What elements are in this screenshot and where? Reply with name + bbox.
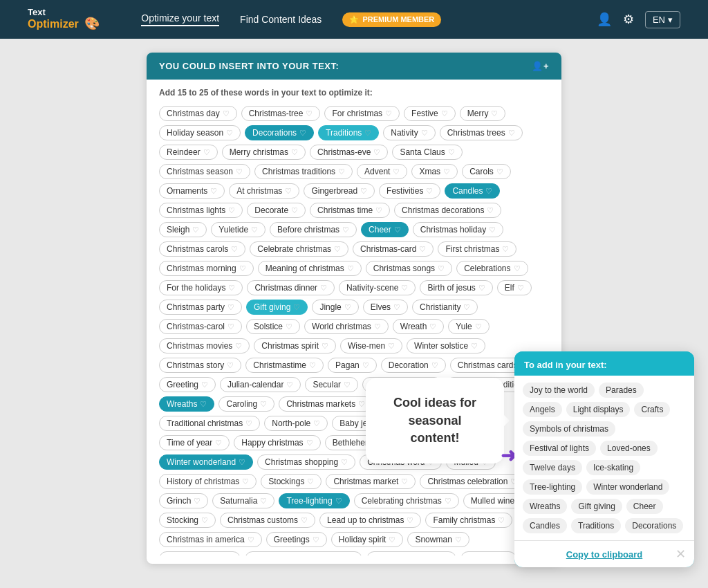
tag-item[interactable]: Festive ♡ [404, 106, 456, 121]
tag-item[interactable]: Yuletide ♡ [211, 222, 266, 237]
tag-item[interactable]: Decorate ♡ [247, 203, 306, 218]
tag-item[interactable]: Traditional christmas ♡ [159, 416, 260, 431]
popup-tag-item[interactable]: Twelve days [523, 460, 582, 475]
tag-item[interactable]: Winter solstice ♡ [407, 338, 485, 353]
tag-item[interactable]: At christmas ♡ [229, 183, 299, 199]
tag-item[interactable]: Decorations ♡ [245, 125, 314, 140]
popup-tag-item[interactable]: Parades [599, 383, 644, 398]
tag-item[interactable]: Ornaments ♡ [159, 183, 225, 199]
tag-item[interactable]: Christmas story ♡ [159, 358, 241, 373]
tag-item[interactable]: Christmas-eve ♡ [310, 145, 388, 160]
tag-item[interactable]: Christmas time ♡ [310, 203, 390, 218]
popup-tag-item[interactable]: Traditions [571, 518, 621, 533]
logo[interactable]: Text Optimizer 🎨 [28, 8, 100, 31]
tag-item[interactable]: Wise-men ♡ [340, 338, 402, 353]
tag-item[interactable]: Elves ♡ [363, 300, 408, 315]
tag-item[interactable]: Santa Claus ♡ [392, 145, 462, 160]
popup-tag-item[interactable]: Cheer [626, 499, 663, 514]
tag-item[interactable]: Birth of jesus ♡ [420, 280, 492, 295]
tag-item[interactable]: Tree-lighting ♡ [279, 493, 349, 508]
premium-badge[interactable]: ⭐ PREMIUM MEMBER [342, 12, 441, 27]
tag-item[interactable]: Winter wonderland ♡ [159, 454, 253, 470]
tag-item[interactable]: Celebrate christmas ♡ [250, 241, 348, 257]
tag-item[interactable]: Xmas ♡ [411, 164, 458, 179]
popup-tag-item[interactable]: Light displays [566, 402, 631, 417]
tag-item[interactable]: Cheer ♡ [361, 222, 409, 237]
tag-item[interactable]: Sleigh ♡ [159, 222, 207, 237]
popup-close-button[interactable]: ✕ [676, 548, 686, 560]
tag-item[interactable]: Time of year ♡ [159, 435, 230, 450]
tag-item[interactable]: Christianity ♡ [412, 300, 478, 315]
popup-tag-item[interactable]: Candles [523, 518, 567, 533]
tag-item[interactable]: Christmas day ♡ [159, 106, 237, 121]
tag-item[interactable]: Christmas market ♡ [326, 474, 416, 489]
tag-item[interactable]: Christmas movies ♡ [159, 338, 250, 353]
popup-tag-item[interactable]: Festival of lights [523, 441, 596, 456]
tag-item[interactable]: Christmas songs ♡ [366, 261, 452, 276]
popup-tag-item[interactable]: Loved-ones [600, 441, 658, 456]
tag-item[interactable]: Advent ♡ [357, 164, 407, 179]
tag-item[interactable]: Christmas dinner ♡ [247, 280, 335, 295]
tag-item[interactable]: Holiday spirit ♡ [331, 532, 404, 547]
tag-item[interactable]: Wreath ♡ [393, 319, 444, 334]
popup-tag-item[interactable]: Crafts [634, 402, 670, 417]
tag-item[interactable]: Decoration ♡ [381, 358, 446, 373]
tag-item[interactable]: Merry ♡ [460, 106, 506, 121]
tag-item[interactable]: Meaning of christmas ♡ [258, 261, 362, 276]
tag-item[interactable]: Around christmas ♡ [366, 551, 456, 555]
tag-item[interactable]: Stocking ♡ [159, 513, 216, 528]
tag-item[interactable]: Nativity-scene ♡ [339, 280, 416, 295]
tag-item[interactable]: Christmas morning ♡ [159, 261, 254, 276]
tag-item[interactable]: Greetings ♡ [266, 532, 327, 547]
tag-item[interactable]: Merry christmas ♡ [222, 145, 306, 160]
popup-tag-item[interactable]: Symbols of christmas [523, 421, 615, 437]
tag-item[interactable]: Christmas decorations ♡ [394, 203, 501, 218]
tag-item[interactable]: Christmas lights ♡ [159, 203, 243, 218]
popup-tag-item[interactable]: Wreaths [523, 499, 567, 514]
popup-tag-item[interactable]: Joy to the world [523, 383, 595, 398]
tag-item[interactable]: Christmas season ♡ [159, 164, 250, 179]
tag-item[interactable]: Before christmas ♡ [270, 222, 357, 237]
nav-optimize[interactable]: Optimize your text [141, 12, 219, 26]
tag-item[interactable]: World christmas ♡ [304, 319, 389, 334]
tag-item[interactable]: Solstice ♡ [246, 319, 300, 334]
tag-item[interactable]: Festivities ♡ [379, 183, 440, 199]
popup-tag-item[interactable]: Tree-lighting [523, 479, 582, 495]
tag-item[interactable]: Christmas traditions ♡ [254, 164, 353, 179]
settings-icon[interactable]: ⚙ [623, 12, 634, 27]
tag-item[interactable]: Christmas party ♡ [159, 300, 242, 315]
tag-item[interactable]: Greeting ♡ [159, 377, 216, 392]
tag-item[interactable]: Christmas celebration ♡ [420, 474, 525, 489]
tag-item[interactable]: Snowman ♡ [407, 532, 469, 547]
tag-item[interactable]: Julian-calendar ♡ [220, 377, 301, 392]
tag-item[interactable]: Holiday season ♡ [159, 125, 241, 140]
tag-item[interactable]: First christmas ♡ [438, 241, 516, 257]
tag-item[interactable]: For christmas ♡ [324, 106, 400, 121]
tag-item[interactable]: Christmas trees ♡ [440, 125, 523, 140]
tag-item[interactable]: Secular ♡ [305, 377, 358, 392]
tag-item[interactable]: Candles ♡ [445, 183, 500, 199]
tag-item[interactable]: For the holidays ♡ [159, 280, 243, 295]
tag-item[interactable]: Elf ♡ [497, 280, 532, 295]
user-icon[interactable]: 👤 [597, 12, 612, 27]
tag-item[interactable]: Stockings ♡ [261, 474, 322, 489]
popup-tag-item[interactable]: Gift giving [571, 499, 622, 514]
tag-item[interactable]: Carolers ♡ [460, 551, 516, 555]
tag-item[interactable]: Christmas-card ♡ [353, 241, 434, 257]
tag-item[interactable]: Christmas customs ♡ [220, 513, 315, 528]
nav-content-ideas[interactable]: Find Content Ideas [240, 14, 322, 25]
copy-to-clipboard-button[interactable]: Copy to clipboard [566, 549, 643, 560]
tag-item[interactable]: Christmas in america ♡ [159, 532, 262, 547]
tag-item[interactable]: Christmas shopping ♡ [257, 454, 355, 470]
tag-item[interactable]: Yule ♡ [448, 319, 489, 334]
popup-tag-item[interactable]: Angels [523, 402, 562, 417]
tag-item[interactable]: Jingle ♡ [312, 300, 358, 315]
popup-tag-item[interactable]: Decorations [625, 518, 683, 533]
tag-item[interactable]: History of christmas ♡ [159, 474, 257, 489]
tag-item[interactable]: Christmas markets ♡ [279, 396, 373, 412]
tag-item[interactable]: Grinch ♡ [159, 493, 208, 508]
tag-item[interactable]: Celebrating christmas ♡ [354, 493, 459, 508]
lang-selector[interactable]: EN ▾ [645, 11, 680, 28]
tag-item[interactable]: Pagan ♡ [328, 358, 377, 373]
tag-item[interactable]: New year's eve ♡ [159, 551, 241, 555]
